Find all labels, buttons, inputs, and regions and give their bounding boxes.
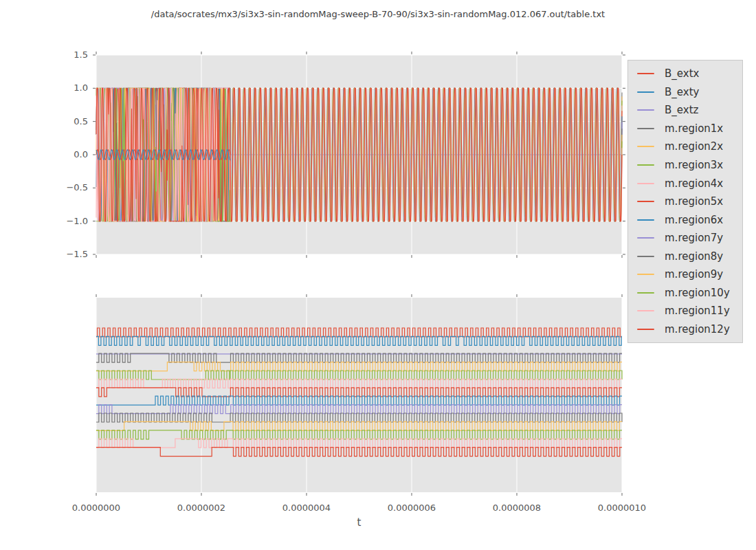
legend-item: m.region1x bbox=[637, 120, 740, 138]
x-tick-label: 0.0000006 bbox=[374, 503, 449, 513]
legend-label: B_extx bbox=[665, 67, 699, 80]
legend-item: m.region9y bbox=[637, 265, 740, 284]
y-tick-label: 1.0 bbox=[38, 82, 88, 93]
legend-item: B_extx bbox=[637, 65, 740, 83]
legend-item: m.region10y bbox=[637, 284, 740, 302]
legend-item: m.region12y bbox=[637, 320, 740, 339]
plot-title: /data/socrates/mx3/si3x3-sin-randomMag-s… bbox=[0, 9, 756, 19]
legend-line-swatch bbox=[637, 274, 654, 275]
legend-line-swatch bbox=[637, 73, 654, 74]
legend-line-swatch bbox=[637, 164, 654, 166]
top-plot bbox=[91, 50, 627, 260]
legend-label: m.region8y bbox=[665, 250, 723, 263]
legend-line-swatch bbox=[637, 219, 654, 221]
legend-line-swatch bbox=[637, 237, 654, 239]
x-tick-label: 0.0000002 bbox=[164, 503, 239, 513]
legend-label: m.region7y bbox=[665, 232, 723, 244]
legend-item: m.region2x bbox=[637, 138, 740, 156]
legend-item: m.region11y bbox=[637, 302, 740, 320]
legend-line-swatch bbox=[637, 146, 654, 147]
legend-line-swatch bbox=[637, 91, 654, 93]
legend-line-swatch bbox=[637, 109, 654, 111]
legend-item: B_extz bbox=[637, 101, 740, 120]
legend-label: m.region5x bbox=[665, 195, 723, 208]
y-tick-label: 0.5 bbox=[38, 116, 88, 126]
legend-label: m.region1x bbox=[665, 122, 723, 135]
signal-trace-m.region11y bbox=[96, 439, 622, 448]
legend-item: B_exty bbox=[637, 83, 740, 102]
legend-label: m.region12y bbox=[665, 323, 730, 336]
bottom-plot bbox=[91, 292, 627, 498]
legend-line-swatch bbox=[637, 128, 654, 129]
x-tick-label: 0.0000010 bbox=[584, 503, 660, 513]
y-tick-label: 1.5 bbox=[38, 50, 88, 60]
legend-item: m.region5x bbox=[637, 192, 740, 211]
legend-label: m.region6x bbox=[665, 214, 723, 226]
y-tick-label: −0.5 bbox=[38, 182, 88, 192]
legend-item: m.region8y bbox=[637, 247, 740, 265]
x-axis-label: t bbox=[96, 516, 622, 529]
legend-item: m.region3x bbox=[637, 156, 740, 175]
legend-label: m.region2x bbox=[665, 140, 723, 153]
legend-line-swatch bbox=[637, 183, 654, 184]
legend-item: m.region6x bbox=[637, 210, 740, 229]
x-tick-label: 0.0000004 bbox=[269, 503, 344, 513]
legend-label: m.region4x bbox=[665, 177, 723, 190]
figure: /data/socrates/mx3/si3x3-sin-randomMag-s… bbox=[0, 0, 756, 550]
y-tick-label: −1.5 bbox=[38, 249, 88, 259]
legend-label: B_exty bbox=[665, 86, 699, 98]
legend-line-swatch bbox=[637, 292, 654, 294]
legend-label: m.region10y bbox=[665, 287, 730, 299]
x-tick-label: 0.0000008 bbox=[479, 503, 555, 513]
legend-line-swatch bbox=[637, 310, 654, 311]
x-tick-label: 0.0000000 bbox=[58, 503, 134, 513]
legend-item: m.region4x bbox=[637, 174, 740, 192]
legend-line-swatch bbox=[637, 201, 654, 202]
legend-item: m.region7y bbox=[637, 229, 740, 248]
legend-line-swatch bbox=[637, 256, 654, 257]
legend-label: B_extz bbox=[665, 104, 698, 116]
signal-trace-m.region8y bbox=[96, 413, 622, 422]
y-tick-label: 0.0 bbox=[38, 149, 88, 160]
legend-label: m.region11y bbox=[665, 305, 730, 317]
legend-label: m.region3x bbox=[665, 159, 723, 171]
legend-line-swatch bbox=[637, 329, 654, 330]
legend-label: m.region9y bbox=[665, 268, 723, 280]
legend: B_extxB_extyB_extzm.region1xm.region2xm.… bbox=[627, 60, 743, 343]
y-tick-label: −1.0 bbox=[38, 216, 88, 226]
